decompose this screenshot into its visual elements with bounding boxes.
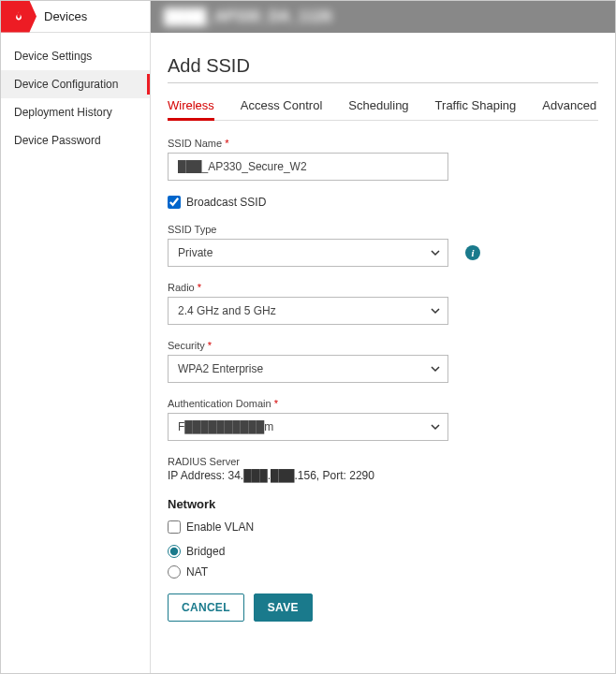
page-title: Add SSID xyxy=(168,55,598,77)
chevron-down-icon xyxy=(431,422,440,432)
radius-server-label: RADIUS Server xyxy=(168,456,598,467)
broadcast-ssid-input[interactable] xyxy=(168,196,181,209)
enable-vlan-checkbox[interactable]: Enable VLAN xyxy=(168,520,598,534)
sidebar-header: Devices xyxy=(1,1,150,33)
chevron-down-icon xyxy=(431,248,440,257)
radio-label: Radio * xyxy=(168,282,598,293)
ssid-name-input[interactable] xyxy=(168,153,448,181)
auth-domain-select[interactable]: F██████████m xyxy=(168,413,448,441)
sidebar-item-device-password[interactable]: Device Password xyxy=(1,126,150,154)
topbar: ████_AP330_DA_1126 xyxy=(151,1,615,33)
network-nat-radio[interactable]: NAT xyxy=(168,565,598,579)
chevron-down-icon xyxy=(431,306,440,315)
nat-radio-input[interactable] xyxy=(168,565,181,579)
bridged-radio-input[interactable] xyxy=(168,545,181,558)
cancel-button[interactable]: CANCEL xyxy=(168,593,244,622)
save-button[interactable]: SAVE xyxy=(254,593,313,622)
tab-scheduling[interactable]: Scheduling xyxy=(348,98,408,120)
sidebar: Devices Device Settings Device Configura… xyxy=(1,1,151,673)
security-label: Security * xyxy=(168,340,598,351)
sidebar-items: Device Settings Device Configuration Dep… xyxy=(1,33,150,154)
enable-vlan-input[interactable] xyxy=(168,520,181,534)
network-heading: Network xyxy=(168,497,598,511)
broadcast-ssid-checkbox[interactable]: Broadcast SSID xyxy=(168,196,598,209)
sidebar-item-deployment-history[interactable]: Deployment History xyxy=(1,98,150,126)
tab-advanced[interactable]: Advanced xyxy=(542,98,596,120)
sidebar-title: Devices xyxy=(37,9,87,23)
tab-access-control[interactable]: Access Control xyxy=(241,98,322,120)
device-name-title: ████_AP330_DA_1126 xyxy=(164,8,332,25)
network-bridged-radio[interactable]: Bridged xyxy=(168,545,598,558)
info-icon[interactable]: i xyxy=(465,245,480,260)
sidebar-item-device-configuration[interactable]: Device Configuration xyxy=(1,70,150,98)
main-panel: ████_AP330_DA_1126 Add SSID Wireless Acc… xyxy=(151,1,615,673)
tab-wireless[interactable]: Wireless xyxy=(168,98,214,120)
radius-server-value: IP Address: 34.███.███.156, Port: 2290 xyxy=(168,469,598,482)
radio-select[interactable]: 2.4 GHz and 5 GHz xyxy=(168,297,448,325)
security-select[interactable]: WPA2 Enterprise xyxy=(168,355,448,383)
brand-logo-icon xyxy=(1,1,37,33)
ssid-type-label: SSID Type xyxy=(168,224,598,235)
tabs: Wireless Access Control Scheduling Traff… xyxy=(168,98,598,121)
auth-domain-label: Authentication Domain * xyxy=(168,398,598,409)
title-divider xyxy=(168,82,598,83)
chevron-down-icon xyxy=(431,364,440,374)
ssid-type-select[interactable]: Private xyxy=(168,239,448,267)
tab-traffic-shaping[interactable]: Traffic Shaping xyxy=(435,98,517,120)
sidebar-item-device-settings[interactable]: Device Settings xyxy=(1,42,150,70)
ssid-name-label: SSID Name * xyxy=(168,138,598,149)
